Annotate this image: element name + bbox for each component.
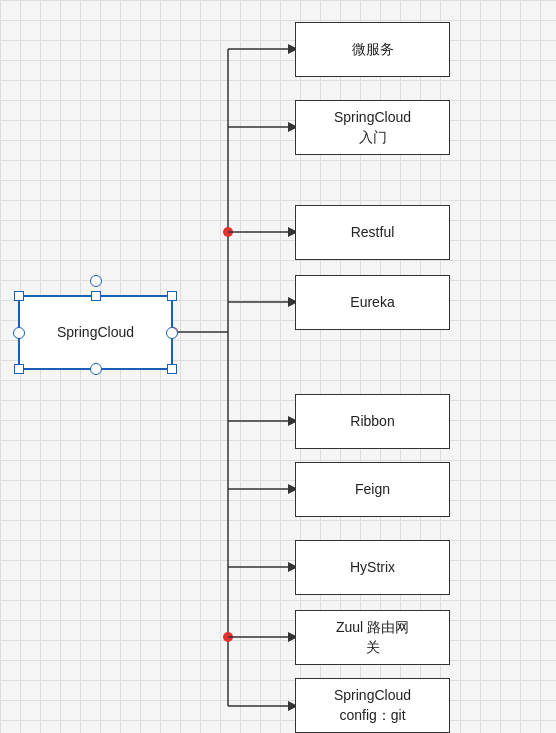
handle-tl[interactable] <box>14 291 24 301</box>
handle-tr[interactable] <box>167 291 177 301</box>
diagram-container: SpringCloud 微服务 SpringCloud入门 Restful Eu… <box>0 0 556 733</box>
node-zuul-label: Zuul 路由网关 <box>336 618 409 657</box>
node-hystrix-label: HyStrix <box>350 558 395 578</box>
node-weifuwu[interactable]: 微服务 <box>295 22 450 77</box>
node-config[interactable]: SpringCloudconfig：git <box>295 678 450 733</box>
handle-bc[interactable] <box>90 363 102 375</box>
center-node-label: SpringCloud <box>57 323 134 343</box>
handle-br[interactable] <box>167 364 177 374</box>
node-eureka[interactable]: Eureka <box>295 275 450 330</box>
handle-top-circle[interactable] <box>90 275 102 287</box>
handle-ml[interactable] <box>13 327 25 339</box>
node-eureka-label: Eureka <box>350 293 394 313</box>
node-config-label: SpringCloudconfig：git <box>334 686 411 725</box>
node-springcloud-intro-label: SpringCloud入门 <box>334 108 411 147</box>
node-restful-label: Restful <box>351 223 395 243</box>
center-node[interactable]: SpringCloud <box>18 295 173 370</box>
handle-mr[interactable] <box>166 327 178 339</box>
handle-bl[interactable] <box>14 364 24 374</box>
node-zuul[interactable]: Zuul 路由网关 <box>295 610 450 665</box>
node-ribbon[interactable]: Ribbon <box>295 394 450 449</box>
node-feign-label: Feign <box>355 480 390 500</box>
node-ribbon-label: Ribbon <box>350 412 394 432</box>
node-weifuwu-label: 微服务 <box>352 40 394 60</box>
node-springcloud-intro[interactable]: SpringCloud入门 <box>295 100 450 155</box>
handle-tc[interactable] <box>91 291 101 301</box>
node-feign[interactable]: Feign <box>295 462 450 517</box>
node-restful[interactable]: Restful <box>295 205 450 260</box>
node-hystrix[interactable]: HyStrix <box>295 540 450 595</box>
